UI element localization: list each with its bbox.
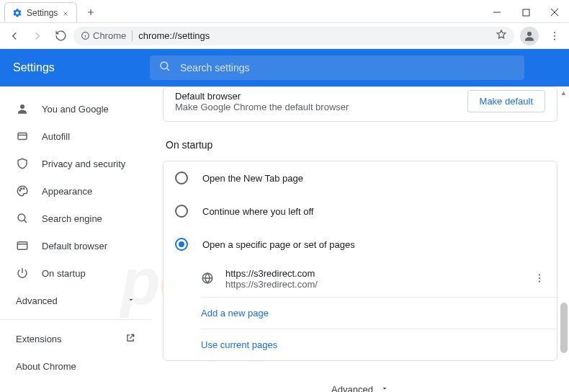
sidebar-item-on-startup[interactable]: On startup bbox=[0, 259, 151, 287]
sidebar-item-appearance[interactable]: Appearance bbox=[0, 177, 151, 205]
info-icon bbox=[81, 31, 90, 40]
advanced-section-toggle[interactable]: Advanced bbox=[163, 371, 557, 392]
browser-toolbar: Chrome chrome://settings bbox=[0, 23, 569, 49]
bookmark-button[interactable] bbox=[496, 29, 507, 43]
maximize-button[interactable] bbox=[511, 2, 540, 22]
globe-icon bbox=[201, 272, 214, 287]
radio-icon bbox=[175, 172, 188, 184]
sidebar-item-label: Default browser bbox=[42, 241, 107, 251]
reload-button[interactable] bbox=[50, 26, 71, 46]
on-startup-card: Open the New Tab page Continue where you… bbox=[163, 161, 557, 361]
kebab-menu-button[interactable] bbox=[545, 26, 565, 46]
minimize-button[interactable] bbox=[483, 2, 511, 22]
startup-page-title: https://s3redirect.com bbox=[225, 268, 318, 279]
make-default-button[interactable]: Make default bbox=[467, 90, 545, 112]
use-current-pages-link[interactable]: Use current pages bbox=[163, 329, 557, 360]
advanced-footer-label: Advanced bbox=[331, 384, 373, 392]
svg-point-11 bbox=[23, 188, 24, 190]
settings-main: ▲ Default browser Make Google Chrome the… bbox=[151, 86, 569, 392]
profile-avatar[interactable] bbox=[520, 27, 539, 45]
scroll-up-arrow[interactable]: ▲ bbox=[560, 89, 567, 97]
search-icon bbox=[16, 212, 29, 225]
back-button[interactable] bbox=[4, 26, 24, 46]
browser-icon bbox=[16, 239, 29, 252]
svg-point-16 bbox=[539, 277, 540, 278]
palette-icon bbox=[16, 184, 29, 197]
startup-option-continue[interactable]: Continue where you left off bbox=[163, 195, 557, 228]
svg-point-12 bbox=[18, 214, 25, 221]
window-controls bbox=[483, 2, 569, 22]
close-icon[interactable] bbox=[62, 9, 69, 17]
radio-label: Open the New Tab page bbox=[202, 173, 303, 184]
svg-rect-13 bbox=[17, 242, 27, 250]
svg-point-5 bbox=[554, 38, 555, 40]
person-icon bbox=[16, 102, 29, 115]
svg-point-2 bbox=[527, 32, 532, 36]
svg-rect-0 bbox=[523, 9, 529, 16]
radio-label: Continue where you left off bbox=[202, 206, 313, 217]
tab-title: Settings bbox=[27, 8, 58, 18]
page-more-button[interactable] bbox=[534, 272, 545, 286]
svg-point-17 bbox=[539, 280, 540, 282]
settings-header: Settings bbox=[0, 49, 569, 86]
svg-point-10 bbox=[21, 188, 22, 190]
chevron-down-icon bbox=[380, 384, 389, 392]
sidebar-item-label: Autofill bbox=[42, 131, 70, 142]
url-text: chrome://settings bbox=[138, 30, 210, 41]
default-browser-card: Default browser Make Google Chrome the d… bbox=[163, 86, 557, 122]
tab-strip: Settings bbox=[0, 0, 483, 22]
sidebar-item-privacy[interactable]: Privacy and security bbox=[0, 150, 151, 177]
about-label: About Chrome bbox=[16, 361, 76, 372]
divider bbox=[0, 319, 151, 320]
scheme-chip: Chrome bbox=[81, 30, 133, 41]
search-input[interactable] bbox=[180, 62, 516, 74]
startup-option-specific-pages[interactable]: Open a specific page or set of pages bbox=[163, 228, 557, 261]
new-tab-button[interactable] bbox=[83, 4, 99, 20]
radio-label: Open a specific page or set of pages bbox=[202, 239, 355, 250]
shield-icon bbox=[16, 157, 29, 170]
add-new-page-link[interactable]: Add a new page bbox=[163, 298, 557, 329]
svg-point-4 bbox=[554, 35, 555, 36]
svg-point-3 bbox=[554, 32, 555, 33]
gear-icon bbox=[12, 8, 22, 18]
sidebar-item-label: Appearance bbox=[42, 186, 92, 197]
external-link-icon bbox=[125, 333, 135, 345]
default-browser-title: Default browser bbox=[175, 91, 349, 102]
startup-option-newtab[interactable]: Open the New Tab page bbox=[163, 161, 557, 195]
sidebar-item-label: You and Google bbox=[42, 104, 109, 115]
browser-tab[interactable]: Settings bbox=[4, 2, 77, 22]
autofill-icon bbox=[16, 130, 29, 143]
address-bar[interactable]: Chrome chrome://settings bbox=[73, 27, 514, 45]
close-window-button[interactable] bbox=[540, 2, 569, 22]
power-icon bbox=[16, 267, 29, 280]
svg-point-7 bbox=[20, 104, 24, 109]
default-browser-subtitle: Make Google Chrome the default browser bbox=[175, 102, 349, 112]
svg-rect-8 bbox=[18, 133, 27, 140]
sidebar-item-you-and-google[interactable]: You and Google bbox=[0, 95, 151, 122]
sidebar-about-chrome[interactable]: About Chrome bbox=[0, 354, 151, 379]
sidebar-item-search-engine[interactable]: Search engine bbox=[0, 205, 151, 232]
startup-page-row: https://s3redirect.com https://s3redirec… bbox=[163, 261, 557, 297]
startup-page-url: https://s3redirect.com/ bbox=[225, 279, 318, 290]
window-titlebar: Settings bbox=[0, 0, 569, 23]
settings-search[interactable] bbox=[150, 55, 524, 80]
sidebar-item-label: Search engine bbox=[42, 213, 102, 224]
page-title: Settings bbox=[13, 61, 150, 74]
chevron-down-icon bbox=[127, 295, 135, 306]
sidebar-item-default-browser[interactable]: Default browser bbox=[0, 232, 151, 259]
extensions-label: Extensions bbox=[16, 334, 62, 344]
radio-icon bbox=[175, 205, 188, 218]
settings-sidebar: You and Google Autofill Privacy and secu… bbox=[0, 86, 151, 392]
sidebar-item-autofill[interactable]: Autofill bbox=[0, 122, 151, 150]
sidebar-item-label: Privacy and security bbox=[42, 159, 125, 169]
sidebar-item-label: On startup bbox=[42, 268, 86, 279]
sidebar-advanced-toggle[interactable]: Advanced bbox=[0, 287, 151, 315]
scrollbar-thumb[interactable] bbox=[560, 303, 568, 353]
sidebar-extensions[interactable]: Extensions bbox=[0, 324, 151, 354]
on-startup-heading: On startup bbox=[163, 132, 557, 161]
forward-button[interactable] bbox=[27, 26, 48, 46]
svg-point-9 bbox=[19, 190, 21, 192]
search-icon bbox=[158, 60, 171, 76]
svg-point-15 bbox=[539, 274, 540, 275]
radio-icon bbox=[175, 238, 188, 251]
